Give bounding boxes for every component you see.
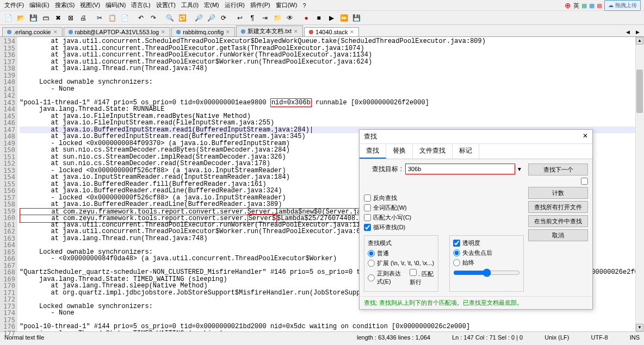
tab-14040-stack[interactable]: 14040.stack✕ xyxy=(304,27,359,36)
wrap-around-checkbox[interactable] xyxy=(364,224,371,231)
print-icon[interactable]: 🖨 xyxy=(77,12,89,24)
find-all-current-button[interactable]: 在当前文件中查找 xyxy=(528,215,588,227)
mode-normal-radio[interactable] xyxy=(368,250,375,257)
menu-tools[interactable]: 工具(I) xyxy=(179,0,201,10)
search-mode-title: 查找模式 xyxy=(368,239,435,247)
file-icon xyxy=(176,30,181,34)
menu-search[interactable]: 搜索(S) xyxy=(53,0,77,10)
close-tab-icon[interactable]: ✕ xyxy=(294,29,298,34)
tray-icon-2: ▦ xyxy=(589,2,595,9)
tray-icon-3: ▦ xyxy=(597,2,602,9)
tab-rabbitmq-config[interactable]: rabbitmq.config✕ xyxy=(171,27,235,36)
menu-plugins[interactable]: 插件(P) xyxy=(248,0,273,10)
close-tab-icon[interactable]: ✕ xyxy=(53,29,58,35)
ime-icon: ⊕ xyxy=(565,1,571,10)
save-icon[interactable]: 💾 xyxy=(27,12,39,24)
menu-file[interactable]: 文件(F) xyxy=(2,0,26,10)
cloud-upload-button[interactable]: ☁ 拖拽上传 xyxy=(604,0,641,11)
scroll-thumb[interactable] xyxy=(636,70,643,113)
redo-icon[interactable]: ↷ xyxy=(147,12,159,24)
tab-new-txt[interactable]: 新建文本文档.txt✕ xyxy=(236,26,303,36)
paste-icon[interactable]: 📄 xyxy=(119,12,131,24)
dot-newline-checkbox[interactable] xyxy=(410,269,417,276)
status-encoding: UTF-8 xyxy=(591,334,608,341)
trans-on-lose-focus-radio[interactable] xyxy=(453,249,460,256)
save-macro-icon[interactable]: 💾 xyxy=(350,12,362,24)
dialog-tab-mark[interactable]: 标记 xyxy=(453,144,479,159)
mode-extended-radio[interactable] xyxy=(368,260,375,267)
record-macro-icon[interactable]: ● xyxy=(300,12,312,24)
menu-help[interactable]: ? xyxy=(300,1,308,10)
undo-icon[interactable]: ↶ xyxy=(135,12,147,24)
cancel-button[interactable]: 取消 xyxy=(528,229,588,241)
cloud-icon: ☁ xyxy=(608,2,614,8)
new-file-icon[interactable]: 📄 xyxy=(2,12,14,24)
trans-always-radio[interactable] xyxy=(453,259,460,266)
save-all-icon[interactable]: 🗃 xyxy=(40,12,52,24)
show-all-icon[interactable]: ¶ xyxy=(246,12,258,24)
scroll-down-icon[interactable]: ▼ xyxy=(636,324,643,331)
dialog-tab-replace[interactable]: 替换 xyxy=(386,144,413,159)
monitor-icon[interactable]: 👁 xyxy=(284,12,296,24)
close-tab-icon[interactable]: ✕ xyxy=(161,29,165,35)
dropdown-icon[interactable]: ▾ xyxy=(515,165,524,173)
copy-icon[interactable]: 📋 xyxy=(106,12,118,24)
tab-bar: .erlang.cookie✕ rabbit@LAPTOP-A31VL553.l… xyxy=(0,25,644,37)
dialog-close-icon[interactable]: ✕ xyxy=(583,132,588,141)
find-next-aux-checkbox[interactable] xyxy=(581,178,588,185)
stop-macro-icon[interactable]: ■ xyxy=(313,12,325,24)
close-tab-icon[interactable]: ✕ xyxy=(226,29,230,35)
zoom-in-icon[interactable]: 🔎 xyxy=(193,12,205,24)
replace-icon[interactable]: 🔁 xyxy=(176,12,188,24)
dialog-tab-find[interactable]: 查找 xyxy=(360,144,386,159)
menu-edit[interactable]: 编辑(E) xyxy=(27,0,52,10)
menu-run[interactable]: 运行(R) xyxy=(222,0,247,10)
count-button[interactable]: 计数 xyxy=(528,187,588,199)
find-all-open-button[interactable]: 查找所有打开文件 xyxy=(528,201,588,213)
open-file-icon[interactable]: 📂 xyxy=(15,12,27,24)
zoom-out-icon[interactable]: 🔎 xyxy=(205,12,217,24)
menu-language[interactable]: 语言(L) xyxy=(129,0,152,10)
find-next-button[interactable]: 查找下一个 xyxy=(528,164,588,175)
transparency-slider[interactable] xyxy=(453,268,520,277)
close-all-icon[interactable]: ⊠ xyxy=(65,12,77,24)
top-right-widgets: ⊕ 英 ▦ ▦ ▦ ☁ 拖拽上传 xyxy=(565,0,641,11)
menu-window[interactable]: 窗口(W) xyxy=(274,0,300,10)
menu-settings[interactable]: 设置(T) xyxy=(154,0,178,10)
vertical-scrollbar[interactable]: ▲ ▼ xyxy=(635,37,644,331)
match-case-checkbox[interactable] xyxy=(364,214,371,221)
indent-icon[interactable]: ⇥ xyxy=(259,12,271,24)
dialog-tab-find-in-files[interactable]: 文件查找 xyxy=(413,144,453,159)
search-mode-group: 查找模式 普通 扩展 (\n, \r, \t, \0, \x...) 正则表达式… xyxy=(364,235,438,292)
scroll-tabs-right-icon[interactable]: ▶ xyxy=(633,28,642,36)
menu-macro[interactable]: 宏(M) xyxy=(202,0,221,10)
ime-lang: 英 xyxy=(573,2,579,10)
reverse-search-checkbox[interactable] xyxy=(364,195,371,202)
tray-icon-1: ▦ xyxy=(581,2,587,9)
tab-rabbit-log[interactable]: rabbit@LAPTOP-A31VL553.log✕ xyxy=(64,27,171,36)
folder-icon[interactable]: 📁 xyxy=(271,12,283,24)
tab-erlang-cookie[interactable]: .erlang.cookie✕ xyxy=(2,27,63,36)
play-macro-icon[interactable]: ▶ xyxy=(325,12,337,24)
scroll-tabs-left-icon[interactable]: ◀ xyxy=(623,28,632,36)
find-target-input[interactable] xyxy=(405,164,515,174)
menu-encoding[interactable]: 编码(N) xyxy=(103,0,128,10)
transparency-checkbox[interactable] xyxy=(453,240,460,247)
dialog-title-bar[interactable]: 查找 ✕ xyxy=(360,130,592,144)
wordwrap-icon[interactable]: ↩ xyxy=(234,12,246,24)
menu-view[interactable]: 视图(V) xyxy=(78,0,102,10)
scroll-up-icon[interactable]: ▲ xyxy=(636,37,643,45)
sync-icon[interactable]: ⟳ xyxy=(218,12,230,24)
menu-bar: 文件(F) 编辑(E) 搜索(S) 视图(V) 编码(N) 语言(L) 设置(T… xyxy=(0,0,644,11)
status-position: Ln : 147 Col : 71 Sel : 0 | 0 xyxy=(452,334,523,341)
whole-word-checkbox[interactable] xyxy=(364,204,371,211)
play-multi-icon[interactable]: ⏩ xyxy=(338,12,350,24)
find-icon[interactable]: 🔍 xyxy=(164,12,176,24)
close-icon[interactable]: ✖ xyxy=(52,12,64,24)
find-dialog: 查找 ✕ 查找 替换 文件查找 标记 查找目标 : ▾ 反向查找 全词匹配(W)… xyxy=(359,129,593,310)
close-tab-icon[interactable]: ✕ xyxy=(350,29,354,35)
mode-regex-radio[interactable] xyxy=(368,274,375,281)
transparency-group: 透明度 失去焦点后 始终 xyxy=(449,235,524,292)
toolbar: 📄 📂 💾 🗃 ✖ ⊠ 🖨 ✂ 📋 📄 ↶ ↷ 🔍 🔁 🔎 🔎 ⟳ ↩ ¶ ⇥ … xyxy=(0,11,644,25)
cut-icon[interactable]: ✂ xyxy=(94,12,106,24)
